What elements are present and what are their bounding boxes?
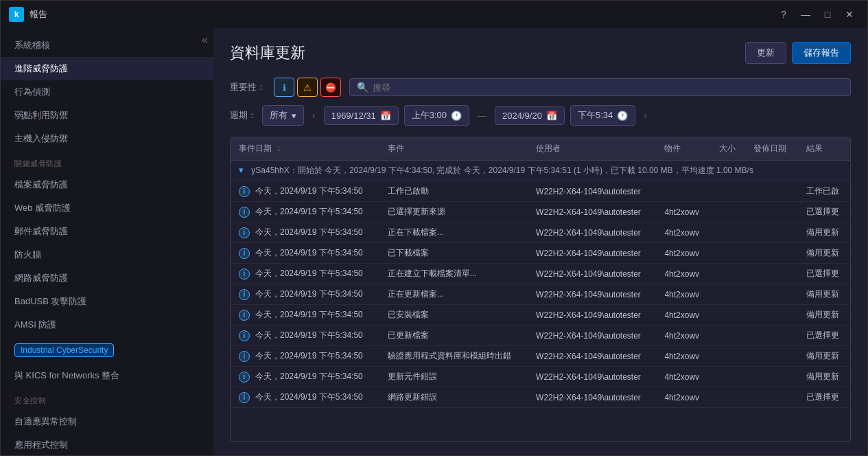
nav-next-button[interactable]: › bbox=[641, 109, 650, 122]
info-icon: i bbox=[239, 207, 250, 218]
title-bar-left: k 報告 bbox=[9, 7, 47, 22]
period-value: 所有 bbox=[270, 109, 288, 122]
sidebar-item-firewall[interactable]: 防火牆 bbox=[1, 243, 213, 266]
end-date-value: 2024/9/20 bbox=[502, 111, 542, 121]
col-size: 大小 bbox=[711, 137, 746, 161]
sidebar: « 系統稽核 進階威脅防護 行為偵測 弱點利用防禦 主機入侵防禦 關鍵威脅防護 … bbox=[1, 28, 213, 455]
col-user: 使用者 bbox=[528, 137, 656, 161]
period-chevron-icon: ▾ bbox=[292, 111, 296, 121]
clock-icon-start: 🕐 bbox=[451, 111, 462, 121]
table-row[interactable]: i 今天，2024/9/19 下午5:34:50 已下載檔案 W22H2-X64… bbox=[231, 243, 850, 264]
end-time-value: 下午5:34 bbox=[578, 109, 613, 122]
industrial-cybersecurity-badge[interactable]: Industrial CyberSecurity bbox=[14, 343, 114, 357]
security-control-section-label: 安全控制 bbox=[1, 387, 213, 410]
col-result: 結果 bbox=[798, 137, 850, 161]
sort-arrow-icon: ↓ bbox=[277, 144, 281, 153]
sidebar-item-advanced-threat[interactable]: 進階威脅防護 bbox=[1, 57, 213, 80]
help-button[interactable]: ? bbox=[774, 5, 793, 24]
filter-label: 重要性： bbox=[230, 81, 266, 93]
col-event: 事件 bbox=[379, 137, 528, 161]
table-row[interactable]: i 今天，2024/9/19 下午5:34:50 正在下載檔案... W22H2… bbox=[231, 223, 850, 243]
sidebar-collapse-button[interactable]: « bbox=[202, 34, 208, 46]
nav-prev-button[interactable]: ‹ bbox=[309, 109, 318, 122]
title-bar: k 報告 ? — □ ✕ bbox=[1, 1, 867, 28]
search-icon: 🔍 bbox=[357, 82, 368, 93]
app-window: k 報告 ? — □ ✕ « 系統稽核 進階威脅防護 行為偵測 弱點利用防 bbox=[0, 0, 868, 456]
info-icon: i bbox=[239, 351, 250, 362]
app-logo: k bbox=[9, 7, 24, 22]
info-icon: i bbox=[239, 289, 250, 300]
info-icon: i bbox=[239, 392, 250, 403]
sidebar-item-host-intrusion[interactable]: 主機入侵防禦 bbox=[1, 127, 213, 150]
info-icon: i bbox=[239, 248, 250, 259]
table-row[interactable]: i 今天，2024/9/19 下午5:34:50 工作已啟動 W22H2-X64… bbox=[231, 181, 850, 202]
sidebar-item-amsi[interactable]: AMSI 防護 bbox=[1, 313, 213, 337]
table-row[interactable]: i 今天，2024/9/19 下午5:34:50 已安裝檔案 W22H2-X64… bbox=[231, 305, 850, 326]
sidebar-item-behavior-detect[interactable]: 行為偵測 bbox=[1, 80, 213, 104]
calendar-icon-end: 📅 bbox=[546, 111, 557, 121]
sidebar-item-adaptive-anomaly[interactable]: 自適應異常控制 bbox=[1, 410, 213, 433]
main-layout: « 系統稽核 進階威脅防護 行為偵測 弱點利用防禦 主機入侵防禦 關鍵威脅防護 … bbox=[1, 28, 867, 455]
table-row[interactable]: i 今天，2024/9/19 下午5:34:50 已更新檔案 W22H2-X64… bbox=[231, 326, 850, 346]
period-select[interactable]: 所有 ▾ bbox=[262, 105, 304, 126]
date-row: 週期： 所有 ▾ ‹ 1969/12/31 📅 上午3:00 🕐 — 2024/… bbox=[230, 105, 851, 126]
filter-row: 重要性： ℹ ⚠ ⛔ 🔍 bbox=[230, 78, 851, 97]
sidebar-item-exploit-prevent[interactable]: 弱點利用防禦 bbox=[1, 104, 213, 127]
page-title: 資料庫更新 bbox=[230, 43, 305, 63]
save-report-button[interactable]: 儲存報告 bbox=[792, 42, 851, 64]
table-row[interactable]: i 今天，2024/9/19 下午5:34:50 驗證應用程式資料庫和模組時出錯… bbox=[231, 346, 850, 367]
data-table: 事件日期 ↓ 事件 使用者 物件 大小 發佈日期 結果 ▾ y bbox=[231, 137, 850, 408]
table-row[interactable]: i 今天，2024/9/19 下午5:34:50 更新元件錯誤 W22H2-X6… bbox=[231, 367, 850, 387]
sidebar-item-mail-threat[interactable]: 郵件威脅防護 bbox=[1, 220, 213, 243]
table-row[interactable]: i 今天，2024/9/19 下午5:34:50 已選擇更新來源 W22H2-X… bbox=[231, 202, 850, 223]
content-header: 資料庫更新 更新 儲存報告 bbox=[230, 42, 851, 64]
close-button[interactable]: ✕ bbox=[840, 5, 859, 24]
end-time-field[interactable]: 下午5:34 🕐 bbox=[570, 105, 635, 126]
start-date-field[interactable]: 1969/12/31 📅 bbox=[324, 106, 399, 125]
col-pubdate: 發佈日期 bbox=[745, 137, 797, 161]
col-date: 事件日期 ↓ bbox=[231, 137, 379, 161]
info-icon: i bbox=[239, 186, 250, 197]
critical-threat-section-label: 關鍵威脅防護 bbox=[1, 150, 213, 173]
search-box: 🔍 bbox=[349, 78, 851, 96]
update-button[interactable]: 更新 bbox=[745, 42, 786, 64]
info-icon: i bbox=[239, 330, 250, 341]
start-date-value: 1969/12/31 bbox=[331, 111, 376, 121]
start-time-field[interactable]: 上午3:00 🕐 bbox=[404, 105, 469, 126]
info-icon: i bbox=[239, 372, 250, 383]
end-date-field[interactable]: 2024/9/20 📅 bbox=[495, 106, 565, 125]
severity-icons: ℹ ⚠ ⛔ bbox=[274, 78, 341, 97]
sidebar-item-app-control[interactable]: 應用程式控制 bbox=[1, 433, 213, 455]
search-input[interactable] bbox=[373, 82, 843, 93]
table-header-row: 事件日期 ↓ 事件 使用者 物件 大小 發佈日期 結果 bbox=[231, 137, 850, 161]
table-row[interactable]: i 今天，2024/9/19 下午5:34:50 正在建立下載檔案清單... W… bbox=[231, 264, 850, 284]
severity-error-button[interactable]: ⛔ bbox=[320, 78, 341, 97]
sidebar-item-kics-networks[interactable]: 與 KICS for Networks 整合 bbox=[1, 364, 213, 387]
sidebar-item-web-threat[interactable]: Web 威脅防護 bbox=[1, 196, 213, 220]
info-icon: i bbox=[239, 227, 250, 238]
clock-icon-end: 🕐 bbox=[617, 111, 628, 121]
content-area: 資料庫更新 更新 儲存報告 重要性： ℹ ⚠ ⛔ 🔍 bbox=[213, 28, 867, 455]
title-bar-right: ? — □ ✕ bbox=[774, 5, 859, 24]
col-object: 物件 bbox=[656, 137, 710, 161]
maximize-button[interactable]: □ bbox=[818, 5, 837, 24]
sidebar-item-network-threat[interactable]: 網路威脅防護 bbox=[1, 266, 213, 290]
header-buttons: 更新 儲存報告 bbox=[745, 42, 851, 64]
sidebar-item-system-audit[interactable]: 系統稽核 bbox=[1, 34, 213, 57]
minimize-button[interactable]: — bbox=[796, 5, 815, 24]
period-label: 週期： bbox=[230, 109, 257, 122]
calendar-icon: 📅 bbox=[380, 111, 391, 121]
severity-info-button[interactable]: ℹ bbox=[274, 78, 294, 97]
info-icon: i bbox=[239, 269, 250, 280]
severity-warn-button[interactable]: ⚠ bbox=[297, 78, 318, 97]
info-icon: i bbox=[239, 310, 250, 321]
data-table-container: 事件日期 ↓ 事件 使用者 物件 大小 發佈日期 結果 ▾ y bbox=[230, 137, 851, 442]
app-title: 報告 bbox=[30, 8, 47, 21]
date-separator: — bbox=[475, 111, 489, 121]
table-group-row: ▾ ySa45hhX：開始於 今天，2024/9/19 下午4:34:50, 完… bbox=[231, 161, 850, 181]
sidebar-item-badusb[interactable]: BadUSB 攻擊防護 bbox=[1, 290, 213, 313]
start-time-value: 上午3:00 bbox=[412, 109, 447, 122]
table-row[interactable]: i 今天，2024/9/19 下午5:34:50 正在更新檔案... W22H2… bbox=[231, 284, 850, 305]
sidebar-item-file-threat[interactable]: 檔案威脅防護 bbox=[1, 173, 213, 196]
table-row[interactable]: i 今天，2024/9/19 下午5:34:50 網路更新錯誤 W22H2-X6… bbox=[231, 387, 850, 408]
